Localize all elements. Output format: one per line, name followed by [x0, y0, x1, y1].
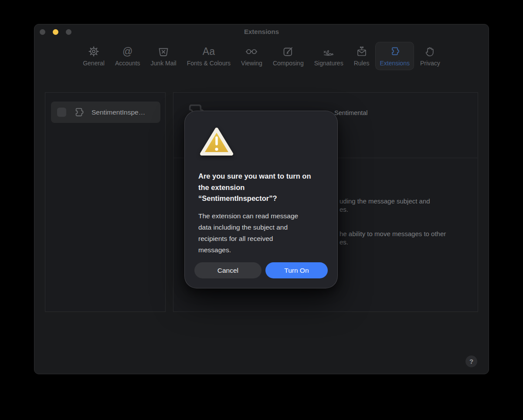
at-sign-icon: @ — [122, 45, 132, 58]
compose-pencil-icon — [282, 45, 295, 58]
puzzle-piece-icon — [388, 45, 401, 58]
turn-on-button[interactable]: Turn On — [265, 262, 328, 278]
warning-triangle-icon — [198, 125, 235, 159]
tab-general[interactable]: General — [78, 42, 109, 70]
mail-settings-window: Extensions General @ Accounts — [34, 24, 489, 374]
extension-name: SentimentInspe… — [92, 108, 145, 116]
signature-icon — [322, 45, 335, 58]
extension-list-item[interactable]: SentimentInspe… — [51, 102, 160, 123]
window-title: Extensions — [34, 28, 489, 35]
tab-extensions[interactable]: Extensions — [375, 42, 414, 70]
tab-label: Rules — [354, 60, 370, 67]
tab-composing[interactable]: Composing — [268, 42, 308, 70]
permission-text-fragment: he ability to move messages to other es. — [340, 230, 446, 246]
rules-envelope-icon — [355, 45, 368, 58]
tab-fonts-colours[interactable]: Aa Fonts & Colours — [183, 42, 235, 70]
help-button[interactable]: ? — [465, 356, 477, 367]
tab-signatures[interactable]: Signatures — [310, 42, 348, 70]
dialog-message: The extension can read message data incl… — [198, 210, 329, 256]
puzzle-piece-icon — [72, 105, 86, 119]
tab-label: Privacy — [420, 60, 440, 67]
tab-label: Signatures — [314, 60, 343, 67]
tab-label: Viewing — [241, 60, 262, 67]
tab-label: Extensions — [380, 60, 409, 67]
dialog-buttons: Cancel Turn On — [194, 262, 328, 278]
tab-rules[interactable]: Rules — [350, 42, 374, 70]
hand-icon — [424, 45, 437, 58]
extension-enable-checkbox[interactable] — [57, 108, 66, 117]
gear-icon — [87, 45, 100, 58]
tab-label: General — [83, 60, 105, 67]
tab-accounts[interactable]: @ Accounts — [111, 42, 145, 70]
fonts-aa-icon: Aa — [203, 45, 215, 58]
extensions-list-panel: SentimentInspe… — [45, 92, 166, 312]
tab-viewing[interactable]: Viewing — [237, 42, 267, 70]
tab-label: Fonts & Colours — [187, 60, 231, 67]
tab-label: Junk Mail — [151, 60, 177, 67]
tab-privacy[interactable]: Privacy — [416, 42, 445, 70]
turn-on-extension-dialog: Are you sure you want to turn on the ext… — [184, 111, 338, 288]
tab-label: Accounts — [115, 60, 140, 67]
glasses-icon — [245, 45, 258, 58]
permission-text-fragment: uding the message subject and es. — [340, 197, 430, 213]
cancel-button[interactable]: Cancel — [194, 262, 262, 278]
tab-label: Composing — [273, 60, 304, 67]
junk-bin-icon — [157, 45, 170, 58]
dialog-title: Are you sure you want to turn on the ext… — [198, 171, 329, 204]
tab-junk-mail[interactable]: Junk Mail — [146, 42, 181, 70]
settings-toolbar: General @ Accounts Junk Mail Aa Fonts & … — [34, 42, 489, 70]
extension-detail-partial-text: Sentimental — [334, 109, 368, 116]
